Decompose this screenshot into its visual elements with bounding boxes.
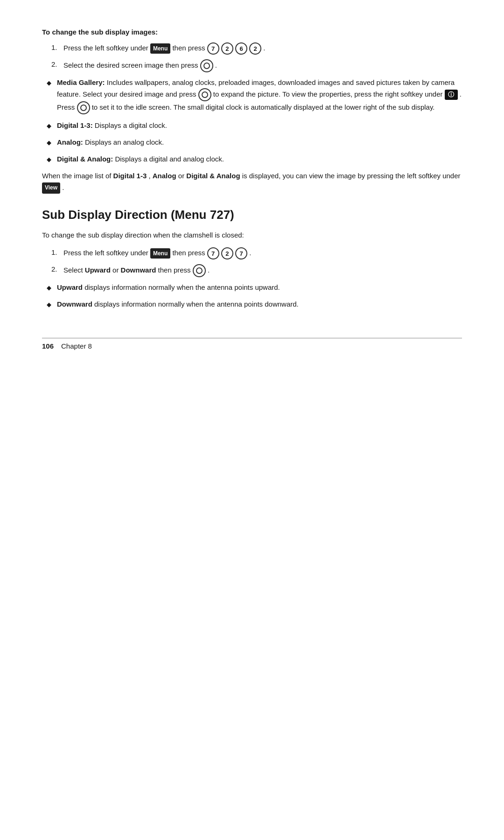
step-2-text-after: .: [215, 61, 217, 69]
para-digital-analog: Digital & Analog: [186, 172, 240, 180]
section-heading: To change the sub display images:: [42, 28, 462, 36]
diamond-icon-4: ◆: [47, 155, 53, 165]
bullet-digital-13: ◆ Digital 1-3: Displays a digital clock.: [47, 120, 462, 131]
media-gallery-label: Media Gallery:: [57, 78, 105, 86]
ok-button-4: [193, 264, 206, 277]
bullet-downward: ◆ Downward displays information normally…: [47, 299, 462, 310]
bullet-media-gallery: ◆ Media Gallery: Includes wallpapers, an…: [47, 77, 462, 114]
key-2-1: 2: [221, 42, 233, 55]
step-2-text-before: Select the desired screen image then pre…: [63, 61, 200, 69]
downward-label-inline: Downward: [121, 266, 156, 274]
page-number: 106: [42, 342, 54, 350]
step-2-content: Select the desired screen image then pre…: [63, 59, 217, 72]
step-2-num: 2.: [51, 59, 60, 70]
image-list-paragraph: When the image list of Digital 1-3 , Ana…: [42, 170, 462, 194]
chapter-label: Chapter 8: [61, 342, 92, 350]
ok-button-3: [77, 101, 90, 114]
direction-step-2-text-after: then press: [158, 266, 193, 274]
footer-divider: [42, 338, 462, 338]
media-gallery-text2: to expand the picture. To view the prope…: [213, 90, 445, 98]
bullet-downward-content: Downward displays information normally w…: [57, 299, 462, 310]
downward-text: displays information normally when the a…: [94, 300, 299, 308]
key-2-2: 2: [249, 42, 261, 55]
digital-13-text: Displays a digital clock.: [95, 121, 167, 129]
direction-step-1-text-before: Press the left softkey under: [63, 249, 150, 257]
step-1-num: 1.: [51, 42, 60, 53]
bullet-digital-13-content: Digital 1-3: Displays a digital clock.: [57, 120, 462, 131]
step-1: 1. Press the left softkey under Menu the…: [51, 42, 462, 55]
sub-display-images-section: To change the sub display images: 1. Pre…: [42, 28, 462, 194]
analog-text: Displays an analog clock.: [85, 138, 164, 146]
menu-badge-1: Menu: [150, 43, 170, 54]
direction-step-2-text-end: .: [208, 266, 210, 274]
para-sep-1: ,: [148, 172, 152, 180]
direction-step-1-text-after: .: [249, 249, 251, 257]
para-analog: Analog: [153, 172, 176, 180]
para-text-3: .: [62, 183, 64, 191]
bullet-upward-content: Upward displays information normally whe…: [57, 282, 462, 293]
step-1-text-before: Press the left softkey under: [63, 44, 150, 52]
step-2: 2. Select the desired screen image then …: [51, 59, 462, 72]
steps-list: 1. Press the left softkey under Menu the…: [51, 42, 462, 72]
upward-text: displays information normally when the a…: [84, 283, 280, 291]
key-7-3: 7: [235, 247, 247, 259]
para-digital-13: Digital 1-3: [113, 172, 147, 180]
para-sep-2: or: [178, 172, 187, 180]
direction-step-2-text-middle: or: [112, 266, 121, 274]
digital-analog-text: Displays a digital and analog clock.: [115, 155, 224, 163]
media-gallery-text4: to set it to the idle screen. The small …: [92, 103, 435, 111]
footer: 106 Chapter 8: [42, 342, 462, 350]
digital-13-label: Digital 1-3:: [57, 121, 93, 129]
direction-step-2-num: 2.: [51, 264, 60, 275]
step-1-text-after: .: [263, 44, 265, 52]
bullet-digital-analog-content: Digital & Analog: Displays a digital and…: [57, 154, 462, 165]
analog-label: Analog:: [57, 138, 83, 146]
key-7-1: 7: [207, 42, 219, 55]
diamond-icon-6: ◆: [47, 300, 53, 310]
diamond-icon-3: ◆: [47, 138, 53, 148]
direction-step-1-text-middle: then press: [172, 249, 207, 257]
bullet-analog: ◆ Analog: Displays an analog clock.: [47, 137, 462, 148]
step-1-text-middle: then press: [172, 44, 207, 52]
upward-label-inline: Upward: [85, 266, 111, 274]
diamond-icon-5: ◆: [47, 283, 53, 293]
direction-bullet-list: ◆ Upward displays information normally w…: [42, 282, 462, 310]
direction-intro: To change the sub display direction when…: [42, 230, 462, 241]
bullet-analog-content: Analog: Displays an analog clock.: [57, 137, 462, 148]
ok-button-1: [200, 59, 213, 72]
info-icon-badge: ⓘ: [445, 90, 458, 100]
para-text-1: When the image list of: [42, 172, 113, 180]
bullet-media-gallery-content: Media Gallery: Includes wallpapers, anal…: [57, 77, 462, 114]
view-badge: View: [42, 182, 60, 194]
key-6-1: 6: [235, 42, 247, 55]
direction-step-1-num: 1.: [51, 247, 60, 258]
ok-button-2: [198, 88, 211, 101]
direction-step-2-text-before: Select: [63, 266, 85, 274]
direction-step-1: 1. Press the left softkey under Menu the…: [51, 247, 462, 259]
direction-steps-list: 1. Press the left softkey under Menu the…: [51, 247, 462, 277]
downward-label: Downward: [57, 300, 92, 308]
diamond-icon-1: ◆: [47, 78, 53, 88]
page-content: To change the sub display images: 1. Pre…: [42, 28, 462, 350]
section-title: Sub Display Direction (Menu 727): [42, 208, 462, 222]
key-7-2: 7: [207, 247, 219, 259]
key-2-3: 2: [221, 247, 233, 259]
bullet-digital-analog: ◆ Digital & Analog: Displays a digital a…: [47, 154, 462, 165]
upward-label: Upward: [57, 283, 83, 291]
menu-badge-2: Menu: [150, 248, 170, 259]
direction-step-2: 2. Select Upward or Downward then press …: [51, 264, 462, 277]
step-1-content: Press the left softkey under Menu then p…: [63, 42, 266, 55]
direction-step-1-content: Press the left softkey under Menu then p…: [63, 247, 251, 259]
bullet-list-1: ◆ Media Gallery: Includes wallpapers, an…: [42, 77, 462, 165]
digital-analog-label: Digital & Analog:: [57, 155, 113, 163]
para-text-2: is displayed, you can view the image by …: [242, 172, 461, 180]
sub-display-direction-section: Sub Display Direction (Menu 727) To chan…: [42, 208, 462, 310]
diamond-icon-2: ◆: [47, 121, 53, 131]
direction-step-2-content: Select Upward or Downward then press .: [63, 264, 210, 277]
bullet-upward: ◆ Upward displays information normally w…: [47, 282, 462, 293]
